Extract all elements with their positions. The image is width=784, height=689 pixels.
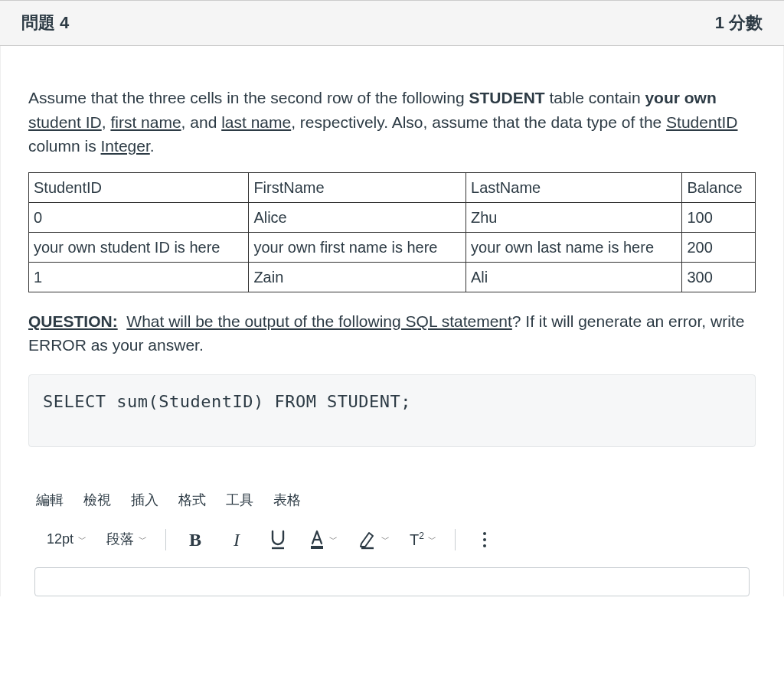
question-line: QUESTION: What will be the output of the… <box>28 309 756 358</box>
table-cell: 1 <box>29 262 249 292</box>
editor-toolbar: 12pt﹀ 段落﹀ B I ﹀ ﹀ T2 ﹀ <box>28 524 756 564</box>
table-cell: Alice <box>249 202 466 232</box>
prompt-paragraph: Assume that the three cells in the secon… <box>28 86 756 158</box>
bold-button[interactable]: B <box>185 531 206 549</box>
toolbar-separator <box>455 529 456 550</box>
menu-edit[interactable]: 編輯 <box>36 490 64 511</box>
toolbar-separator <box>165 529 166 550</box>
chevron-down-icon: ﹀ <box>428 535 436 544</box>
question-body: Assume that the three cells in the secon… <box>0 46 784 596</box>
svg-point-6 <box>483 544 486 547</box>
superscript-button[interactable]: T2 ﹀ <box>410 531 436 547</box>
table-cell: your own first name is here <box>249 232 466 262</box>
chevron-down-icon: ﹀ <box>329 535 338 544</box>
table-row: 0 Alice Zhu 100 <box>29 202 756 232</box>
table-cell: 200 <box>682 232 756 262</box>
underline-button[interactable] <box>267 530 289 550</box>
table-header-cell: Balance <box>682 172 756 202</box>
answer-editor[interactable] <box>34 567 750 596</box>
highlight-button[interactable]: ﹀ <box>358 530 390 550</box>
svg-rect-2 <box>311 546 323 549</box>
text-color-button[interactable]: ﹀ <box>309 530 338 550</box>
question-text: What will be the output of the following… <box>126 312 512 330</box>
editor-menubar: 編輯 檢視 插入 格式 工具 表格 <box>28 487 756 524</box>
menu-insert[interactable]: 插入 <box>131 490 158 511</box>
table-cell: 300 <box>682 262 756 292</box>
code-block: SELECT sum(StudentID) FROM STUDENT; <box>28 374 756 447</box>
table-row: your own student ID is here your own fir… <box>29 232 756 262</box>
table-cell: Zain <box>249 262 466 292</box>
table-header-row: StudentID FirstName LastName Balance <box>29 172 756 202</box>
table-header-cell: StudentID <box>29 172 249 202</box>
block-type-select[interactable]: 段落﹀ <box>106 529 147 550</box>
menu-table[interactable]: 表格 <box>273 490 301 511</box>
table-cell: Zhu <box>466 202 682 232</box>
chevron-down-icon: ﹀ <box>78 533 87 546</box>
menu-format[interactable]: 格式 <box>178 490 206 511</box>
table-row: 1 Zain Ali 300 <box>29 262 756 292</box>
chevron-down-icon: ﹀ <box>139 533 147 546</box>
table-cell: 0 <box>29 202 249 232</box>
question-header: 問題 4 1 分數 <box>0 0 784 46</box>
chevron-down-icon: ﹀ <box>381 535 390 544</box>
question-title: 問題 4 <box>21 11 69 34</box>
table-cell: your own student ID is here <box>29 232 249 262</box>
more-button[interactable] <box>474 531 495 549</box>
svg-point-4 <box>483 532 486 535</box>
table-cell: Ali <box>466 262 682 292</box>
table-cell: your own last name is here <box>466 232 682 262</box>
table-header-cell: LastName <box>466 172 682 202</box>
table-cell: 100 <box>682 202 756 232</box>
student-table: StudentID FirstName LastName Balance 0 A… <box>28 172 756 292</box>
menu-view[interactable]: 檢視 <box>83 490 111 511</box>
question-points: 1 分數 <box>715 11 763 34</box>
svg-point-5 <box>483 538 486 541</box>
question-label: QUESTION: <box>28 312 118 330</box>
font-size-select[interactable]: 12pt﹀ <box>47 529 87 550</box>
italic-button[interactable]: I <box>226 531 247 549</box>
menu-tools[interactable]: 工具 <box>226 490 253 511</box>
table-header-cell: FirstName <box>249 172 466 202</box>
